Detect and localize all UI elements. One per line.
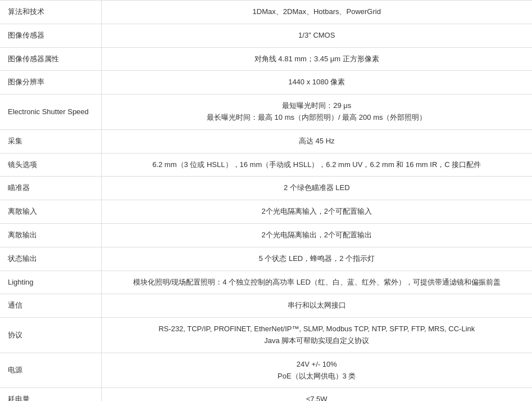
row-value: 串行和以太网接口 — [101, 294, 532, 318]
row-label: Lighting — [0, 271, 101, 294]
table-row: 瞄准器2 个绿色瞄准器 LED — [0, 177, 532, 200]
row-value: 5 个状态 LED，蜂鸣器，2 个指示灯 — [101, 247, 532, 271]
table-row: 采集高达 45 Hz — [0, 129, 532, 153]
row-label: 瞄准器 — [0, 177, 101, 200]
row-value: 1440 x 1080 像素 — [101, 71, 532, 94]
table-row: 耗电量≤7.5W — [0, 388, 532, 401]
row-label: 图像传感器 — [0, 24, 101, 47]
row-label: 采集 — [0, 129, 101, 153]
table-row: 通信串行和以太网接口 — [0, 294, 532, 318]
row-value: 模块化照明/现场配置照明：4 个独立控制的高功率 LED（红、白、蓝、红外、紫外… — [101, 271, 532, 294]
table-row: 电源24V +/- 10%PoE（以太网供电）3 类 — [0, 353, 532, 388]
row-value: 高达 45 Hz — [101, 129, 532, 153]
row-label: Electronic Shutter Speed — [0, 94, 101, 130]
row-label: 协议 — [0, 318, 101, 353]
row-value: 1DMax、2DMax、Hotbars、PowerGrid — [101, 1, 532, 24]
table-row: 离散输出2个光电隔离输出，2个可配置输出 — [0, 223, 532, 247]
row-value: 2个光电隔离输入，2个可配置输入 — [101, 200, 532, 224]
row-label: 算法和技术 — [0, 1, 101, 24]
row-label: 通信 — [0, 294, 101, 318]
row-label: 图像分辨率 — [0, 71, 101, 94]
row-value: 24V +/- 10%PoE（以太网供电）3 类 — [101, 353, 532, 388]
table-row: 协议RS-232, TCP/IP, PROFINET, EtherNet/IP™… — [0, 318, 532, 353]
table-row: 镜头选项6.2 mm（3 位或 HSLL），16 mm（手动或 HSLL），6.… — [0, 153, 532, 177]
table-row: 图像分辨率1440 x 1080 像素 — [0, 71, 532, 94]
row-label: 状态输出 — [0, 247, 101, 271]
row-label: 耗电量 — [0, 388, 101, 401]
spec-table: 算法和技术1DMax、2DMax、Hotbars、PowerGrid图像传感器1… — [0, 0, 532, 401]
table-row: 状态输出5 个状态 LED，蜂鸣器，2 个指示灯 — [0, 247, 532, 271]
row-value: 2个光电隔离输出，2个可配置输出 — [101, 223, 532, 247]
row-label: 图像传感器属性 — [0, 47, 101, 71]
table-row: Electronic Shutter Speed最短曝光时间：29 μs最长曝光… — [0, 94, 532, 130]
table-row: 图像传感器1/3" CMOS — [0, 24, 532, 47]
row-value: 最短曝光时间：29 μs最长曝光时间：最高 10 ms（内部照明）/ 最高 20… — [101, 94, 532, 130]
table-row: 算法和技术1DMax、2DMax、Hotbars、PowerGrid — [0, 1, 532, 24]
row-label: 离散输入 — [0, 200, 101, 224]
row-value: 2 个绿色瞄准器 LED — [101, 177, 532, 200]
row-value: ≤7.5W — [101, 388, 532, 401]
row-label: 离散输出 — [0, 223, 101, 247]
row-value: 1/3" CMOS — [101, 24, 532, 47]
table-row: Lighting模块化照明/现场配置照明：4 个独立控制的高功率 LED（红、白… — [0, 271, 532, 294]
table-row: 离散输入2个光电隔离输入，2个可配置输入 — [0, 200, 532, 224]
row-value: RS-232, TCP/IP, PROFINET, EtherNet/IP™, … — [101, 318, 532, 353]
row-label: 镜头选项 — [0, 153, 101, 177]
row-value: 对角线 4.81 mm；3.45 μm 正方形像素 — [101, 47, 532, 71]
table-row: 图像传感器属性对角线 4.81 mm；3.45 μm 正方形像素 — [0, 47, 532, 71]
row-label: 电源 — [0, 353, 101, 388]
row-value: 6.2 mm（3 位或 HSLL），16 mm（手动或 HSLL），6.2 mm… — [101, 153, 532, 177]
